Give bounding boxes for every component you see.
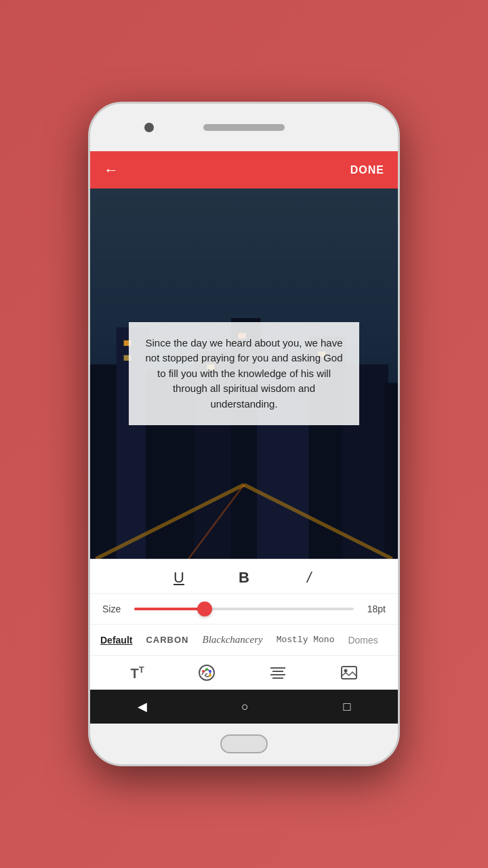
svg-point-42 [205, 668, 208, 671]
bottom-bezel [90, 724, 398, 764]
physical-home-button[interactable] [220, 734, 268, 753]
bottom-panel: U B / Size 18pt Default CARBON Black [90, 559, 398, 690]
svg-point-40 [199, 665, 214, 680]
icon-toolbar: TT [90, 656, 398, 690]
text-format-button[interactable]: TT [130, 664, 144, 682]
size-value: 18pt [362, 604, 386, 614]
text-format-icon: TT [130, 665, 144, 682]
slider-thumb[interactable] [197, 601, 212, 616]
color-button[interactable] [198, 664, 216, 682]
slider-fill [134, 608, 205, 610]
nav-recent-button[interactable]: □ [343, 700, 350, 714]
svg-point-44 [209, 674, 211, 677]
svg-rect-15 [384, 383, 398, 559]
svg-rect-7 [90, 364, 120, 559]
phone-screen: ← DONE [90, 151, 398, 724]
top-bezel [90, 104, 398, 151]
bold-button[interactable]: B [232, 569, 256, 587]
align-button[interactable] [269, 664, 287, 682]
font-option-blackchancery[interactable]: Blackchancery [203, 631, 263, 648]
speaker-grille [203, 124, 285, 131]
image-icon [340, 665, 358, 680]
camera-dot [144, 123, 154, 132]
image-button[interactable] [340, 664, 358, 682]
svg-point-41 [202, 670, 205, 673]
phone-shell: ← DONE [88, 102, 400, 766]
done-button[interactable]: DONE [350, 164, 384, 176]
font-option-mostlymono[interactable]: Mostly Mono [277, 632, 335, 648]
italic-button[interactable]: / [297, 569, 321, 587]
top-bar: ← DONE [90, 151, 398, 189]
size-slider[interactable] [134, 602, 354, 616]
size-row: Size 18pt [90, 594, 398, 625]
slider-track [134, 608, 354, 610]
format-row: U B / [90, 559, 398, 594]
quote-text: Since the day we heard about you, we hav… [144, 336, 345, 412]
align-icon [269, 665, 287, 680]
back-button[interactable]: ← [104, 161, 119, 179]
nav-home-button[interactable]: ○ [241, 700, 249, 714]
size-label: Size [102, 604, 126, 614]
quote-box[interactable]: Since the day we heard about you, we hav… [129, 322, 360, 426]
font-option-domes[interactable]: Domes [348, 632, 378, 648]
font-row: Default CARBON Blackchancery Mostly Mono… [90, 625, 398, 656]
svg-point-50 [344, 669, 347, 673]
android-nav-bar: ◀ ○ □ [90, 690, 398, 724]
image-preview: Since the day we heard about you, we hav… [90, 189, 398, 559]
svg-rect-49 [342, 667, 357, 679]
font-option-default[interactable]: Default [100, 632, 132, 648]
font-option-carbon[interactable]: CARBON [146, 632, 188, 648]
color-palette-icon [198, 664, 216, 682]
underline-button[interactable]: U [167, 569, 191, 587]
svg-point-43 [209, 670, 211, 673]
nav-back-button[interactable]: ◀ [138, 699, 147, 714]
